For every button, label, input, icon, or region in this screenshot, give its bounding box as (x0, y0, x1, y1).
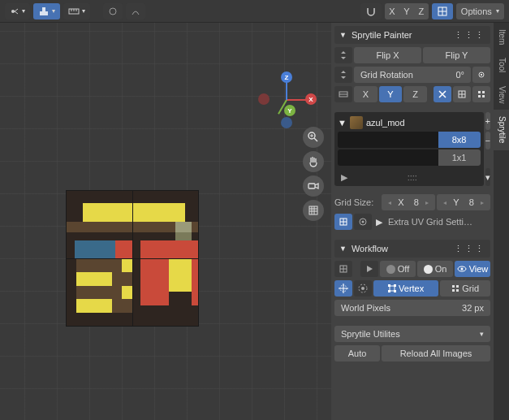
wf-on-button[interactable]: On (417, 261, 453, 277)
tilegrid-item-1[interactable]: 1x1 (338, 149, 481, 166)
snap-mode-1-button[interactable] (434, 86, 451, 102)
gizmo-neg-x-icon[interactable] (258, 93, 270, 105)
grid-size-label: Grid Size: (334, 194, 380, 210)
svg-rect-62 (456, 289, 459, 292)
topbar-right-group: X Y Z Options ▾ (360, 3, 504, 19)
chevron-down-icon: ▼ (339, 245, 347, 253)
grid-size-x-field[interactable]: ◂X 8▸ (382, 194, 435, 210)
flip-x-button[interactable]: Flip X (354, 47, 421, 63)
panel-menu-icon[interactable]: ⋮⋮⋮ (454, 244, 485, 254)
axis-z[interactable]: Z (414, 3, 429, 19)
tab-sprytile[interactable]: Sprytile (494, 110, 509, 149)
grid-rotation-field[interactable]: Grid Rotation 0° (354, 67, 471, 83)
svg-rect-36 (482, 91, 485, 93)
material-name: azul_mod (366, 118, 405, 128)
svg-rect-29 (481, 74, 482, 76)
list-grip-icon[interactable]: :::: (408, 172, 417, 183)
camera-view-button[interactable] (303, 175, 324, 197)
wf-view-button[interactable]: View (455, 261, 490, 277)
rotation-reset-button[interactable] (472, 67, 490, 83)
svg-rect-61 (452, 289, 455, 292)
right-tabs: Item Tool View Sprytile (494, 23, 509, 420)
viewport-3d[interactable]: X Y Z (0, 23, 331, 420)
add-grid-button[interactable]: + (485, 112, 490, 130)
perspective-toggle-button[interactable] (303, 200, 324, 221)
world-pixels-field[interactable]: World Pixels 32 px (334, 300, 490, 316)
paint-axis-y[interactable]: Y (379, 86, 403, 102)
tab-tool[interactable]: Tool (494, 51, 509, 79)
svg-rect-59 (452, 285, 455, 288)
tilegrid-item-0[interactable]: 8x8 (338, 132, 481, 148)
axis-pill[interactable]: X Y Z (385, 3, 429, 19)
panel-menu-icon[interactable]: ⋮⋮⋮ (454, 30, 485, 41)
material-list: ▼ azul_mod 8x8 1x1 ▶ :::: (334, 112, 484, 186)
wf-snap-button[interactable] (334, 261, 352, 277)
svg-rect-37 (478, 95, 481, 97)
list-expand-icon[interactable]: ▶ (341, 172, 347, 183)
list-menu-button[interactable]: ▾ (485, 168, 490, 186)
rotation-lock-button[interactable] (334, 67, 352, 83)
wf-play-button[interactable] (360, 261, 378, 277)
svg-point-0 (11, 10, 15, 13)
material-row[interactable]: ▼ azul_mod (338, 115, 481, 130)
snap-icon-button[interactable] (360, 3, 382, 19)
chevron-down-icon: ▼ (338, 118, 347, 128)
tab-item[interactable]: Item (494, 23, 509, 51)
field-value: 0° (455, 70, 464, 80)
field-label: World Pixels (341, 303, 390, 313)
wf-off-button[interactable]: Off (380, 261, 416, 277)
svg-point-7 (110, 8, 116, 15)
svg-rect-23 (309, 206, 317, 214)
remove-grid-button[interactable]: − (485, 132, 490, 149)
gizmo-neg-z-icon[interactable] (281, 117, 292, 128)
wf-grid-button[interactable]: Grid (440, 280, 490, 297)
chevron-down-icon: ▼ (339, 31, 347, 39)
gizmo-y-icon[interactable]: Y (284, 105, 295, 116)
wf-origin-button[interactable] (354, 280, 372, 297)
grid-size-badge: 8x8 (438, 132, 481, 148)
field-label: Grid Rotation (360, 70, 413, 80)
reload-images-button[interactable]: Reload All Images (382, 345, 490, 362)
sprite-tile-object[interactable] (66, 190, 199, 327)
panel-title: Sprytile Painter (352, 30, 412, 40)
gizmo-x-icon[interactable]: X (305, 93, 317, 105)
flip-y-button[interactable]: Flip Y (423, 47, 490, 63)
svg-point-52 (361, 287, 364, 290)
curve-toggle-1[interactable] (103, 3, 123, 19)
mode-dropdown[interactable]: ▾ (5, 3, 30, 19)
axis-x[interactable]: X (385, 3, 399, 19)
uv-grid-toggle-2[interactable] (354, 214, 372, 230)
svg-rect-60 (456, 285, 459, 288)
workflow-header[interactable]: ▼ Workflow ⋮⋮⋮ (334, 240, 490, 258)
tab-view[interactable]: View (494, 80, 509, 110)
paint-axis-x[interactable]: X (354, 86, 377, 102)
grid-size-y-field[interactable]: ◂Y 8▸ (437, 194, 490, 210)
sprytile-painter-header[interactable]: ▼ Sprytile Painter ⋮⋮⋮ (334, 26, 490, 44)
wf-cursor-button[interactable] (334, 280, 352, 297)
gizmo-z-icon[interactable]: Z (281, 71, 292, 83)
axis-lock-button[interactable] (334, 86, 352, 102)
axis-y[interactable]: Y (399, 3, 414, 19)
flip-lock-button[interactable] (334, 47, 352, 63)
panel-title: Workflow (352, 244, 388, 253)
zoom-button[interactable] (303, 127, 324, 148)
tool-active-button[interactable]: ▾ (33, 3, 60, 19)
options-dropdown[interactable]: Options ▾ (456, 3, 504, 19)
auto-button[interactable]: Auto (334, 345, 380, 362)
extra-uv-label: Extra UV Grid Setti… (386, 214, 490, 230)
curve-toggle-2[interactable] (126, 3, 145, 19)
svg-point-43 (362, 221, 364, 223)
snap-mode-2-button[interactable] (453, 86, 471, 102)
orientation-button[interactable] (432, 3, 453, 19)
extra-uv-expand-icon[interactable]: ▶ (373, 214, 385, 230)
snap-mode-3-button[interactable] (472, 86, 490, 102)
sprytile-utilities-dropdown[interactable]: Sprytile Utilites ▾ (334, 326, 490, 342)
field-value: 32 px (462, 303, 484, 313)
wf-vertex-button[interactable]: Vertex (373, 280, 438, 297)
svg-rect-2 (42, 7, 45, 11)
uv-grid-toggle-1[interactable] (334, 214, 352, 230)
ruler-button[interactable]: ▾ (63, 3, 90, 19)
paint-axis-z[interactable]: Z (403, 86, 427, 102)
nav-gizmo[interactable]: X Y Z (258, 71, 315, 128)
pan-button[interactable] (303, 151, 324, 172)
